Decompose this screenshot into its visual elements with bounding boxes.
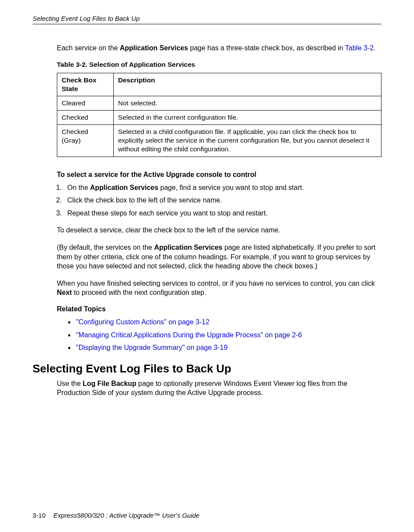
table-row: Checked (Gray) Selected in a child confi… (57, 125, 381, 157)
page-footer: 3-10Express5800/320 : Active Upgrade™ Us… (33, 512, 200, 519)
step-1: On the Application Services page, find a… (64, 183, 381, 193)
related-item: "Configuring Custom Actions" on page 3-1… (75, 317, 381, 327)
related-topics-heading: Related Topics (57, 305, 381, 313)
cell-desc: Selected in a child configuration file. … (114, 125, 381, 157)
cell-state: Checked (57, 111, 114, 125)
section-heading: Selecting Event Log Files to Back Up (33, 362, 381, 375)
default-bold: Application Services (154, 244, 222, 251)
related-item: "Displaying the Upgrade Summary" on page… (75, 343, 381, 352)
step1-pre: On the (67, 184, 90, 191)
related-item: "Managing Critical Applications During t… (75, 330, 381, 340)
step1-bold: Application Services (90, 184, 158, 191)
intro-link[interactable]: Table 3-2 (345, 44, 374, 52)
finish-bold: Next (57, 289, 72, 296)
footer-title: Express5800/320 : Active Upgrade™ User's… (53, 512, 200, 519)
deselect-paragraph: To deselect a service, clear the check b… (57, 225, 381, 235)
cell-state: Cleared (57, 96, 114, 110)
section-bold: Log File Backup (83, 380, 137, 387)
section-paragraph: Use the Log File Backup page to optional… (57, 379, 381, 398)
intro-post: . (374, 44, 375, 52)
header-rule (33, 24, 381, 24)
finish-pre: When you have finished selecting service… (57, 280, 375, 287)
finish-post: to proceed with the next configuration s… (72, 289, 207, 296)
intro-mid: page has a three-state check box, as des… (188, 44, 345, 52)
step-3: Repeat these steps for each service you … (64, 209, 381, 218)
step-2: Click the check box to the left of the s… (64, 196, 381, 205)
cell-state: Checked (Gray) (57, 125, 114, 157)
default-sort-paragraph: (By default, the services on the Applica… (57, 243, 381, 271)
table-row: Cleared Not selected. (57, 96, 381, 110)
cell-desc: Selected in the current configuration fi… (114, 111, 381, 125)
selection-table: Check Box State Description Cleared Not … (57, 73, 381, 157)
related-link[interactable]: "Displaying the Upgrade Summary" on page… (76, 344, 227, 351)
table-header-desc: Description (114, 73, 381, 96)
table-caption: Table 3-2. Selection of Application Serv… (57, 61, 381, 69)
intro-pre: Each service on the (57, 44, 120, 52)
step1-post: page, find a service you want to stop an… (158, 184, 304, 191)
running-header: Selecting Event Log Files to Back Up (33, 15, 381, 24)
intro-bold: Application Services (120, 44, 188, 52)
table-header-state: Check Box State (57, 73, 114, 96)
related-topics-list: "Configuring Custom Actions" on page 3-1… (75, 317, 381, 352)
related-link[interactable]: "Configuring Custom Actions" on page 3-1… (76, 318, 210, 326)
procedure-steps: On the Application Services page, find a… (64, 183, 381, 218)
section-pre: Use the (57, 380, 83, 387)
page-number: 3-10 (33, 512, 46, 519)
procedure-heading: To select a service for the Active Upgra… (57, 171, 381, 179)
cell-desc: Not selected. (114, 96, 381, 110)
table-row: Checked Selected in the current configur… (57, 111, 381, 125)
table-header-row: Check Box State Description (57, 73, 381, 96)
intro-paragraph: Each service on the Application Services… (57, 43, 381, 53)
default-pre: (By default, the services on the (57, 244, 154, 251)
related-link[interactable]: "Managing Critical Applications During t… (76, 331, 302, 339)
finish-paragraph: When you have finished selecting service… (57, 279, 381, 297)
